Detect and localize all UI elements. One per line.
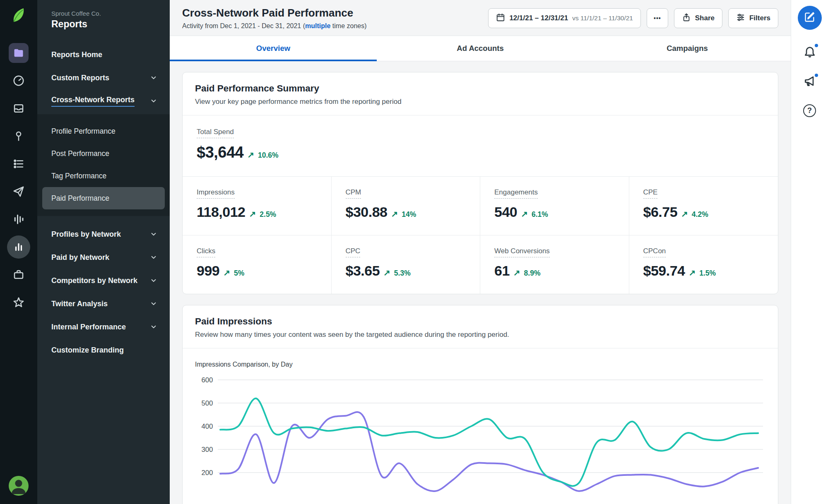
date-range-value: 12/1/21 – 12/31/21 [509, 14, 568, 22]
impressions-card-header: Paid Impressions Review how many times y… [183, 305, 778, 348]
chevron-down-icon [150, 323, 157, 331]
sidebar-item-customize-branding[interactable]: Customize Branding [37, 338, 170, 362]
metric-delta: 8.9% [524, 269, 541, 278]
tab-ad-accounts[interactable]: Ad Accounts [377, 36, 584, 61]
sidebar-item-paid-performance[interactable]: Paid Performance [42, 187, 165, 209]
page-subtitle: Activity from Dec 1, 2021 - Dec 31, 2021… [182, 22, 367, 30]
compose-icon [804, 11, 816, 24]
sidebar-item-label: Customize Branding [51, 346, 124, 355]
chevron-down-icon [150, 74, 157, 82]
metric-label[interactable]: Total Spend [197, 128, 234, 138]
sidebar-item-label: Twitter Analysis [51, 300, 108, 308]
subtitle-text: time zones) [330, 22, 366, 29]
sidebar-item-cross-network-reports[interactable]: Cross-Network Reports [37, 89, 170, 113]
date-range-button[interactable]: 12/1/21 – 12/31/21 vs 11/1/21 – 11/30/21 [488, 8, 641, 28]
sidebar-item-competitors-by-network[interactable]: Competitors by Network [37, 269, 170, 292]
folder-icon [9, 43, 29, 63]
notification-badge [814, 43, 819, 48]
sidebar-item-label: Profile Performance [51, 127, 116, 136]
sprout-logo[interactable] [10, 7, 27, 24]
impressions-chart-area: Impressions Comparison, by Day 600500400… [183, 348, 778, 504]
tab-overview[interactable]: Overview [170, 36, 377, 61]
metric-cell-web-conversions: Web Conversions 61↗8.9% [480, 235, 629, 294]
metric-delta: 1.5% [699, 269, 716, 278]
trend-up-icon: ↗ [513, 268, 520, 278]
metric-label[interactable]: CPC [346, 247, 361, 257]
chevron-down-icon [150, 300, 157, 307]
nav-icon-list[interactable] [0, 150, 37, 178]
nav-icon-inbox[interactable] [0, 94, 37, 122]
chart-y-tick-label: 500 [201, 399, 213, 407]
sidebar-item-post-performance[interactable]: Post Performance [37, 142, 170, 165]
sidebar-nav: Reports Home Custom Reports Cross-Networ… [37, 43, 170, 362]
metric-label[interactable]: CPE [643, 188, 658, 199]
page-header: Cross-Network Paid Performance Activity … [170, 0, 791, 36]
sidebar-item-internal-performance[interactable]: Internal Performance [37, 315, 170, 338]
user-avatar[interactable] [9, 476, 29, 496]
metric-cell-cpe: CPE $6.75↗4.2% [629, 177, 778, 235]
sidebar-item-paid-by-network[interactable]: Paid by Network [37, 246, 170, 269]
nav-icon-gauge[interactable] [0, 67, 37, 94]
metric-value: 540 [494, 204, 517, 220]
nav-icon-equalizer[interactable] [0, 205, 37, 233]
megaphone-icon [803, 82, 816, 89]
filters-button[interactable]: Filters [728, 8, 778, 28]
metric-value: 999 [197, 263, 219, 279]
more-options-button[interactable]: ••• [647, 8, 668, 28]
nav-icon-briefcase[interactable] [0, 261, 37, 288]
nav-icon-star[interactable] [0, 288, 37, 316]
sidebar-item-label: Paid Performance [51, 194, 109, 203]
metric-cell-clicks: Clicks 999↗5% [183, 235, 332, 294]
metric-value: $3,644 [197, 144, 243, 161]
metric-delta: 14% [402, 210, 416, 219]
chart-line-purple [220, 412, 758, 491]
paid-performance-summary-card: Paid Performance Summary View your key p… [182, 72, 778, 294]
announcements-button[interactable] [803, 74, 816, 89]
nav-icon-folder[interactable] [0, 39, 37, 67]
calendar-icon [496, 13, 505, 24]
summary-card-title: Paid Performance Summary [195, 83, 765, 94]
chevron-down-icon [150, 230, 157, 238]
metric-label[interactable]: Clicks [197, 247, 215, 257]
trend-up-icon: ↗ [681, 209, 688, 219]
metric-value: $59.74 [643, 263, 685, 279]
nav-icon-paper-plane[interactable] [0, 178, 37, 205]
trend-up-icon: ↗ [249, 209, 256, 219]
notifications-button[interactable] [803, 45, 816, 60]
metric-delta: 6.1% [532, 210, 548, 219]
metric-label[interactable]: Engagements [494, 188, 538, 199]
metric-label[interactable]: Impressions [197, 188, 235, 199]
chart-title: Impressions Comparison, by Day [195, 361, 765, 368]
sidebar-item-label: Cross-Network Reports [51, 96, 135, 107]
bar-chart-icon [7, 235, 30, 259]
sidebar-item-label: Profiles by Network [51, 230, 121, 239]
chart-y-tick-label: 400 [201, 422, 213, 430]
sidebar-item-reports-home[interactable]: Reports Home [37, 43, 170, 66]
share-button[interactable]: Share [674, 8, 722, 28]
filters-icon [736, 13, 745, 24]
nav-icon-pin[interactable] [0, 122, 37, 150]
sidebar-title: Reports [37, 17, 170, 30]
sidebar-item-profile-performance[interactable]: Profile Performance [37, 120, 170, 142]
sidebar-item-twitter-analysis[interactable]: Twitter Analysis [37, 292, 170, 315]
chevron-down-icon [150, 254, 157, 261]
paid-impressions-chart: 600500400300200 [195, 373, 765, 504]
trend-up-icon: ↗ [521, 209, 528, 219]
chart-y-tick-label: 600 [201, 376, 213, 384]
sidebar-item-custom-reports[interactable]: Custom Reports [37, 66, 170, 89]
metric-label[interactable]: CPM [346, 188, 361, 199]
metric-cell-cpc: CPC $3.65↗5.3% [332, 235, 481, 294]
metric-total-spend: Total Spend $3,644 ↗ 10.6% [183, 115, 778, 176]
tab-campaigns[interactable]: Campaigns [584, 36, 791, 61]
compose-button[interactable] [798, 6, 822, 30]
sidebar-item-label: Custom Reports [51, 74, 109, 82]
timezones-link[interactable]: multiple [305, 22, 330, 29]
nav-icon-reports[interactable] [0, 233, 37, 261]
sidebar-item-label: Tag Performance [51, 172, 106, 180]
metric-label[interactable]: Web Conversions [494, 247, 550, 257]
impressions-card-title: Paid Impressions [195, 316, 765, 327]
sidebar-item-profiles-by-network[interactable]: Profiles by Network [37, 223, 170, 246]
help-button[interactable]: ? [803, 104, 816, 117]
metric-label[interactable]: CPCon [643, 247, 666, 257]
sidebar-item-tag-performance[interactable]: Tag Performance [37, 165, 170, 187]
